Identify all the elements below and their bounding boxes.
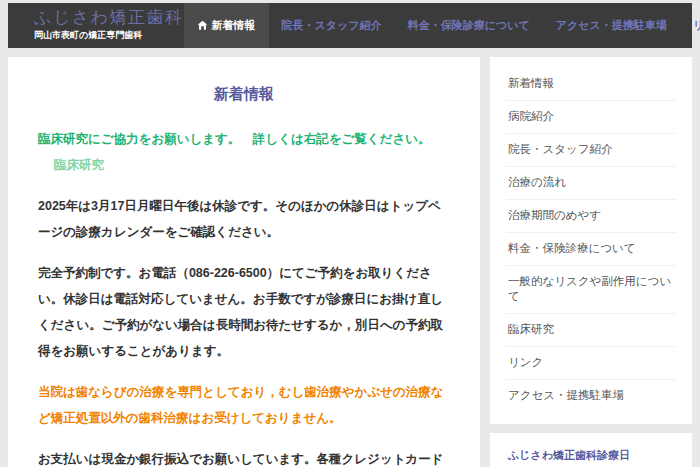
sidebar-item-news[interactable]: 新着情報 [506,68,676,101]
nav-item-label: 新着情報 [212,18,256,33]
notice-paragraph: お支払いは現金か銀行振込でお願いしています。各種クレジットカードや電子マネーは受… [38,446,450,467]
sidebar-menu: 新着情報 病院紹介 院長・スタッフ紹介 治療の流れ 治療期間のめやす 料金・保険… [490,57,692,424]
notice-paragraph-warning: 当院は歯ならびの治療を専門としており，むし歯治療やかぶせの治療など矯正処置以外の… [38,379,450,431]
nav-item-label: 院長・スタッフ紹介 [282,18,382,33]
calendar-widget: ふじさわ矯正歯科診療日 2025年 4月 ‹ ‖ › 日 月 火 [490,433,692,467]
brand[interactable]: ふじさわ矯正歯科 岡山市表町の矯正専門歯科 [8,3,184,48]
clinical-study-link[interactable]: 臨床研究 [54,158,104,172]
notice-paragraph: 2025年は3月17日月曜日午後は休診です。そのほかの休診日はトップページの診療… [38,193,450,245]
nav-item-links[interactable]: リンク [680,3,700,48]
home-icon [197,20,208,31]
site-header: ふじさわ矯正歯科 岡山市表町の矯正専門歯科 新着情報 院長・スタッフ紹介 料金・… [8,3,692,48]
main-content: 新着情報 臨床研究にご協力をお願いします。 詳しくは右記をご覧ください。臨床研究… [8,57,480,467]
notice-paragraph: 完全予約制です。お電話（086-226-6500）にてご予約をお取りください。休… [38,260,450,364]
sidebar-item-staff[interactable]: 院長・スタッフ紹介 [506,134,676,167]
sidebar-item-treatment-period[interactable]: 治療期間のめやす [506,200,676,233]
calendar-title: ふじさわ矯正歯科診療日 [508,448,676,463]
sidebar-item-clinical-study[interactable]: 臨床研究 [506,314,676,347]
page-title: 新着情報 [38,85,450,104]
nav-item-access[interactable]: アクセス・提携駐車場 [543,3,680,48]
nav-item-label: 料金・保険診療について [408,18,530,33]
nav-item-staff[interactable]: 院長・スタッフ紹介 [269,3,395,48]
clinical-study-notice-text: 臨床研究にご協力をお願いします。 詳しくは右記をご覧ください。 [38,132,430,146]
site-title[interactable]: ふじさわ矯正歯科 [34,8,184,28]
sidebar-item-treatment-flow[interactable]: 治療の流れ [506,167,676,200]
nav-item-news[interactable]: 新着情報 [184,3,269,48]
page-container: ふじさわ矯正歯科 岡山市表町の矯正専門歯科 新着情報 院長・スタッフ紹介 料金・… [8,3,692,467]
sidebar-item-risks[interactable]: 一般的なリスクや副作用について [506,266,676,314]
nav-item-fees[interactable]: 料金・保険診療について [395,3,543,48]
sidebar-item-fees[interactable]: 料金・保険診療について [506,233,676,266]
main-nav: 新着情報 院長・スタッフ紹介 料金・保険診療について アクセス・提携駐車場 リン… [184,3,700,48]
sidebar-item-links[interactable]: リンク [506,347,676,380]
sidebar-item-access[interactable]: アクセス・提携駐車場 [506,380,676,412]
site-subtitle: 岡山市表町の矯正専門歯科 [34,29,184,42]
nav-item-label: アクセス・提携駐車場 [556,18,667,33]
nav-item-label: リンク [693,18,700,33]
sidebar: 新着情報 病院紹介 院長・スタッフ紹介 治療の流れ 治療期間のめやす 料金・保険… [490,57,692,467]
sidebar-item-clinic-intro[interactable]: 病院紹介 [506,101,676,134]
clinical-study-notice: 臨床研究にご協力をお願いします。 詳しくは右記をご覧ください。臨床研究 [38,126,450,178]
